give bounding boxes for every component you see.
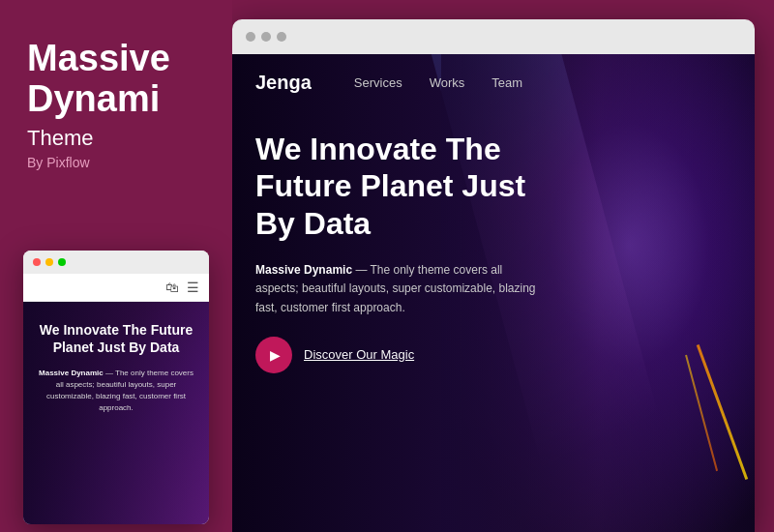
mini-dot-red [33, 258, 41, 266]
mini-body-bold: Massive Dynamic [39, 369, 104, 377]
site-nav: Jenga Services Works Team [232, 54, 755, 111]
left-panel: Massive Dynami Theme By Pixflow 🛍 ☰ We I… [0, 0, 232, 532]
browser-dot-2 [261, 32, 271, 42]
mini-dot-yellow [45, 258, 53, 266]
title-line2: Dynami [27, 78, 160, 119]
nav-link-works[interactable]: Works [430, 75, 465, 90]
mini-dot-green [58, 258, 66, 266]
mini-site-content: We Innovate The Future Planet Just By Da… [23, 302, 209, 524]
mini-toolbar: 🛍 ☰ [23, 274, 209, 302]
cta-link[interactable]: Discover Our Magic [304, 347, 414, 362]
hero-content: We Innovate The Future Planet Just By Da… [232, 111, 755, 373]
theme-title: Massive Dynami [27, 39, 170, 120]
browser-dot-1 [246, 32, 255, 42]
title-line1: Massive [27, 38, 170, 78]
browser-window: Jenga Services Works Team We Innovate Th… [232, 19, 755, 532]
theme-subtitle: Theme [27, 126, 93, 151]
mini-menu-icon: ☰ [187, 280, 199, 295]
mini-headline: We Innovate The Future Planet Just By Da… [37, 321, 195, 356]
mini-browser-preview: 🛍 ☰ We Innovate The Future Planet Just B… [23, 251, 209, 524]
hero-cta: ▶ Discover Our Magic [255, 337, 731, 373]
play-icon: ▶ [270, 347, 281, 363]
mini-body: Massive Dynamic — The only theme covers … [37, 368, 195, 414]
mini-bag-icon: 🛍 [165, 280, 179, 295]
nav-link-services[interactable]: Services [354, 75, 402, 90]
browser-chrome [232, 19, 755, 54]
hero-description: Massive Dynamic — The only theme covers … [255, 261, 546, 317]
mini-text-area: We Innovate The Future Planet Just By Da… [37, 321, 195, 414]
hero-headline: We Innovate The Future Planet Just By Da… [255, 131, 565, 242]
play-button[interactable]: ▶ [255, 337, 292, 373]
right-panel: Jenga Services Works Team We Innovate Th… [232, 0, 774, 532]
mini-browser-chrome [23, 251, 209, 274]
site-logo: Jenga [255, 72, 312, 94]
theme-author: By Pixflow [27, 155, 90, 170]
website-preview: Jenga Services Works Team We Innovate Th… [232, 54, 755, 532]
nav-link-team[interactable]: Team [491, 75, 522, 90]
hero-bold: Massive Dynamic [255, 263, 352, 277]
browser-dot-3 [277, 32, 286, 42]
